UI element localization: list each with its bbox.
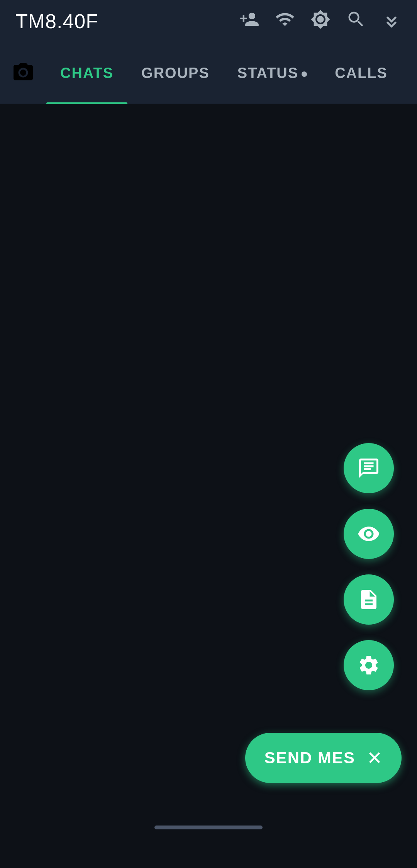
overflow-icon[interactable] bbox=[381, 9, 402, 33]
main-content: SEND MES ✕ bbox=[0, 104, 417, 837]
nav-tabs: CHATS GROUPS STATUS CALLS bbox=[46, 42, 405, 104]
new-chat-fab[interactable] bbox=[344, 443, 394, 493]
document-fab[interactable] bbox=[344, 574, 394, 625]
status-notification-dot bbox=[302, 71, 307, 77]
status-bar-left: TM8.40F bbox=[15, 10, 98, 33]
tab-calls[interactable]: CALLS bbox=[321, 42, 402, 104]
tab-chats[interactable]: CHATS bbox=[46, 42, 127, 104]
fab-container bbox=[344, 443, 394, 690]
send-message-label: SEND MES bbox=[264, 749, 355, 767]
tab-groups[interactable]: GROUPS bbox=[127, 42, 224, 104]
status-icons bbox=[239, 9, 402, 33]
archive-fab[interactable] bbox=[344, 509, 394, 559]
search-icon[interactable] bbox=[346, 9, 366, 33]
send-message-button[interactable]: SEND MES ✕ bbox=[245, 733, 402, 783]
home-indicator bbox=[154, 826, 263, 829]
tab-status[interactable]: STATUS bbox=[224, 42, 321, 104]
nav-bar: CHATS GROUPS STATUS CALLS bbox=[0, 42, 417, 104]
status-bar: TM8.40F bbox=[0, 0, 417, 42]
brightness-icon bbox=[310, 9, 331, 33]
settings-fab[interactable] bbox=[344, 640, 394, 690]
status-time: TM8.40F bbox=[15, 10, 98, 33]
add-contact-icon bbox=[239, 9, 259, 33]
wifi-icon bbox=[275, 9, 295, 33]
send-message-close-icon[interactable]: ✕ bbox=[367, 747, 382, 769]
camera-button[interactable] bbox=[12, 61, 35, 86]
